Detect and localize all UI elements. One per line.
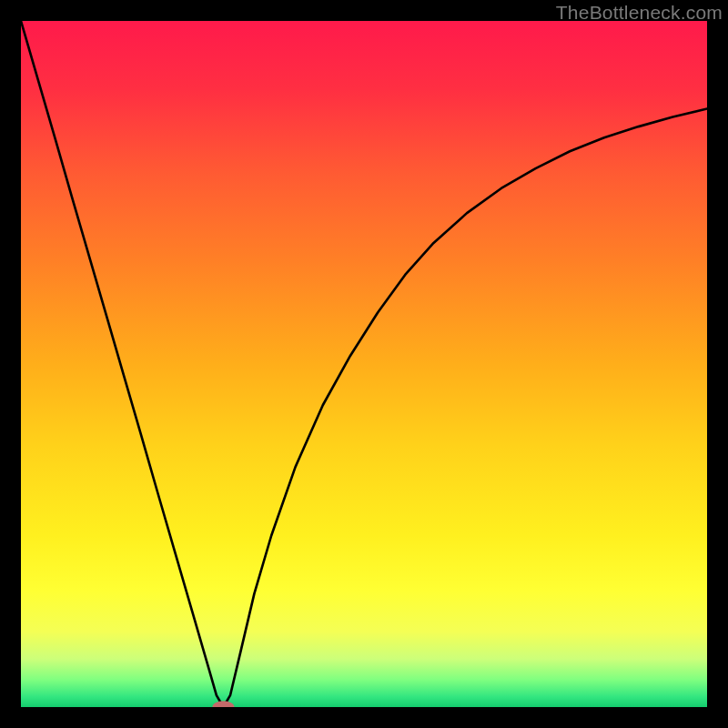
gradient-background: [21, 21, 707, 707]
watermark-text: TheBottleneck.com: [556, 2, 723, 24]
bottleneck-curve-chart: [21, 21, 707, 707]
chart-frame: [21, 21, 707, 707]
